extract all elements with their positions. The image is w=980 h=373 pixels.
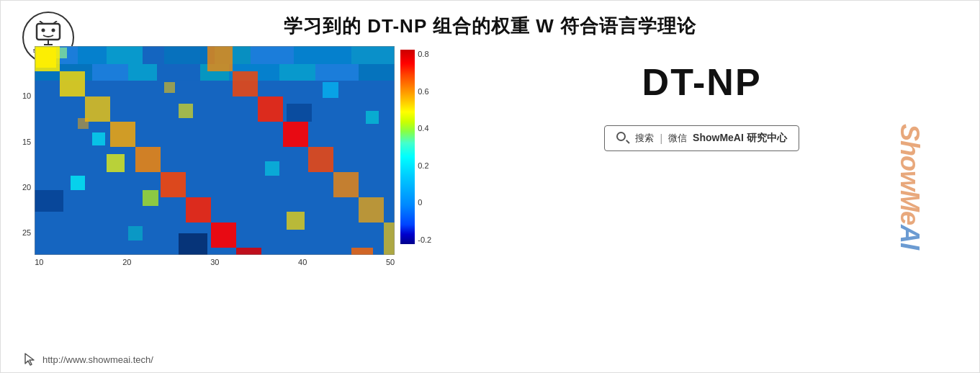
svg-rect-53 (265, 161, 279, 176)
svg-rect-46 (107, 154, 125, 172)
svg-marker-34 (161, 172, 186, 197)
svg-marker-30 (60, 71, 85, 96)
svg-rect-10 (78, 46, 107, 64)
x-axis: 10 20 30 40 50 (35, 255, 395, 266)
svg-rect-57 (78, 118, 89, 129)
colorbar-label-02: 0.2 (418, 161, 431, 170)
y-label-10: 10 (22, 91, 31, 100)
svg-rect-60 (287, 104, 312, 122)
y-label-20: 20 (22, 183, 31, 192)
svg-marker-39 (233, 71, 258, 96)
y-label-25: 25 (22, 228, 31, 237)
logo-tv-icon (34, 21, 63, 46)
svg-marker-32 (110, 122, 135, 147)
x-label-30: 30 (210, 258, 219, 266)
colorbar-label-neg02: -0.2 (418, 235, 431, 244)
search-box[interactable]: 搜索 | 微信 ShowMeAI 研究中心 (604, 125, 799, 151)
heatmap-and-colorbar: // This will be rendered as static SVG (35, 46, 431, 266)
colorbar (400, 50, 415, 244)
footer: http://www.showmeai.tech/ (1, 348, 979, 372)
colorbar-labels: 0.8 0.6 0.4 0.2 0 -0.2 (418, 50, 431, 244)
svg-rect-19 (92, 64, 128, 81)
x-label-50: 50 (386, 258, 395, 266)
svg-rect-17 (351, 46, 395, 64)
svg-marker-33 (135, 147, 161, 172)
search-prefix: 搜索 (635, 132, 654, 145)
svg-marker-31 (85, 96, 110, 122)
search-icon (616, 132, 629, 145)
svg-rect-12 (143, 46, 164, 64)
main-container: ShowMe AI 学习到的 DT-NP 组合的权重 W 符合语言学理论 5 1… (0, 0, 980, 373)
x-label-40: 40 (298, 258, 307, 266)
svg-rect-50 (71, 176, 85, 190)
svg-rect-47 (143, 190, 158, 206)
svg-rect-16 (294, 46, 351, 64)
svg-rect-11 (107, 46, 143, 64)
svg-rect-58 (164, 82, 175, 93)
svg-rect-49 (287, 212, 305, 230)
svg-rect-51 (323, 82, 338, 98)
page-title: 学习到的 DT-NP 组合的权重 W 符合语言学理论 (284, 14, 696, 39)
search-wechat: 微信 (668, 132, 687, 145)
colorbar-label-04: 0.4 (418, 124, 431, 132)
svg-rect-54 (366, 111, 379, 124)
svg-marker-44 (359, 197, 384, 223)
svg-marker-41 (283, 122, 308, 147)
svg-marker-40 (258, 96, 283, 122)
svg-rect-21 (157, 64, 200, 81)
svg-point-3 (42, 29, 45, 32)
svg-marker-38 (207, 46, 233, 71)
search-brand: ShowMeAI 研究中心 (693, 132, 787, 145)
colorbar-label-06: 0.6 (418, 87, 431, 96)
svg-marker-36 (211, 223, 236, 248)
svg-point-4 (52, 29, 55, 32)
model-name-label: DT-NP (642, 60, 762, 104)
colorbar-label-0: 0 (418, 198, 431, 207)
svg-rect-61 (179, 233, 207, 255)
svg-rect-59 (35, 190, 63, 212)
cursor-icon (22, 352, 37, 367)
svg-rect-20 (128, 64, 157, 81)
heatmap-svg: // This will be rendered as static SVG (35, 46, 395, 255)
y-label-15: 15 (22, 138, 31, 146)
y-axis: 5 10 15 20 25 (22, 46, 35, 255)
svg-rect-24 (279, 64, 315, 81)
x-label-20: 20 (122, 258, 131, 266)
heatmap-plot-area: // This will be rendered as static SVG (35, 46, 395, 266)
content-area: 5 10 15 20 25 (1, 46, 979, 348)
svg-marker-45 (384, 223, 395, 255)
colorbar-label-08: 0.8 (418, 50, 431, 58)
svg-marker-37 (236, 248, 261, 255)
x-label-10: 10 (35, 258, 43, 266)
svg-rect-52 (92, 132, 105, 145)
footer-url[interactable]: http://www.showmeai.tech/ (42, 354, 153, 365)
colorbar-container: 0.8 0.6 0.4 0.2 0 -0.2 (400, 46, 431, 255)
svg-marker-42 (308, 147, 333, 172)
search-divider: | (660, 132, 662, 144)
heatmap-container: 5 10 15 20 25 (22, 46, 431, 266)
right-panel: DT-NP 搜索 | 微信 ShowMeAI 研究中心 (446, 46, 958, 151)
heatmap-canvas: // This will be rendered as static SVG (35, 46, 395, 255)
svg-rect-15 (251, 46, 294, 64)
svg-rect-48 (179, 104, 193, 118)
svg-marker-43 (333, 172, 359, 197)
svg-rect-13 (164, 46, 215, 64)
svg-rect-55 (128, 226, 143, 241)
svg-marker-29 (35, 46, 60, 71)
svg-marker-35 (186, 197, 211, 223)
svg-rect-26 (359, 64, 395, 81)
svg-rect-56 (351, 248, 373, 255)
svg-rect-25 (315, 64, 359, 81)
header: ShowMe AI 学习到的 DT-NP 组合的权重 W 符合语言学理论 (1, 1, 979, 46)
